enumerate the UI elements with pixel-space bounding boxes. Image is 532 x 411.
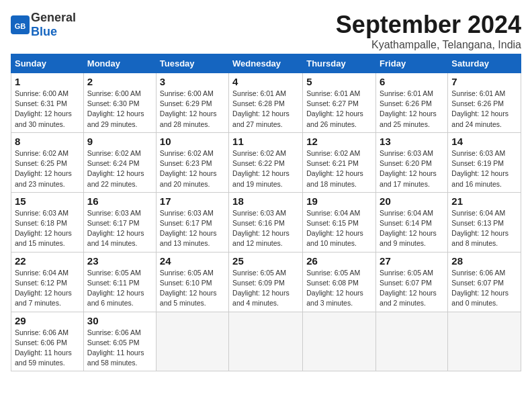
day-number: 21 xyxy=(451,195,517,207)
calendar-table: Sunday Monday Tuesday Wednesday Thursday… xyxy=(11,54,521,371)
day-detail: Sunrise: 6:05 AMSunset: 6:11 PMDaylight:… xyxy=(87,269,144,308)
day-number: 19 xyxy=(306,195,372,207)
day-number: 9 xyxy=(87,136,152,147)
day-detail: Sunrise: 6:00 AMSunset: 6:29 PMDaylight:… xyxy=(160,89,217,128)
day-detail: Sunrise: 6:02 AMSunset: 6:25 PMDaylight:… xyxy=(15,149,72,188)
day-number: 4 xyxy=(232,76,299,87)
day-detail: Sunrise: 6:06 AMSunset: 6:06 PMDaylight:… xyxy=(15,328,72,367)
table-row: 11 Sunrise: 6:02 AMSunset: 6:22 PMDaylig… xyxy=(229,132,303,192)
day-number: 15 xyxy=(15,195,80,207)
col-saturday: Saturday xyxy=(448,54,521,73)
table-row: 17 Sunrise: 6:03 AMSunset: 6:17 PMDaylig… xyxy=(156,192,228,252)
day-number: 30 xyxy=(87,315,152,326)
logo-icon: GB xyxy=(11,15,30,34)
day-detail: Sunrise: 6:06 AMSunset: 6:07 PMDaylight:… xyxy=(451,269,508,308)
day-detail: Sunrise: 6:02 AMSunset: 6:22 PMDaylight:… xyxy=(232,149,290,188)
table-row: 30 Sunrise: 6:06 AMSunset: 6:05 PMDaylig… xyxy=(83,312,156,371)
day-number: 8 xyxy=(15,136,80,147)
day-detail: Sunrise: 6:02 AMSunset: 6:24 PMDaylight:… xyxy=(87,149,144,188)
table-row: 9 Sunrise: 6:02 AMSunset: 6:24 PMDayligh… xyxy=(83,132,156,192)
day-detail: Sunrise: 6:04 AMSunset: 6:15 PMDaylight:… xyxy=(306,209,363,248)
table-row xyxy=(303,312,376,371)
calendar-week-row: 29 Sunrise: 6:06 AMSunset: 6:06 PMDaylig… xyxy=(11,312,521,371)
table-row: 13 Sunrise: 6:03 AMSunset: 6:20 PMDaylig… xyxy=(376,132,448,192)
table-row: 2 Sunrise: 6:00 AMSunset: 6:30 PMDayligh… xyxy=(83,73,156,133)
col-friday: Friday xyxy=(376,54,448,73)
day-detail: Sunrise: 6:05 AMSunset: 6:07 PMDaylight:… xyxy=(380,269,437,308)
table-row: 15 Sunrise: 6:03 AMSunset: 6:18 PMDaylig… xyxy=(11,192,84,252)
title-block: September 2024 Kyathampalle, Telangana, … xyxy=(336,11,521,51)
day-number: 17 xyxy=(160,195,225,207)
day-number: 1 xyxy=(15,76,80,87)
day-detail: Sunrise: 6:01 AMSunset: 6:28 PMDaylight:… xyxy=(232,89,290,128)
day-detail: Sunrise: 6:03 AMSunset: 6:17 PMDaylight:… xyxy=(160,209,217,248)
table-row: 21 Sunrise: 6:04 AMSunset: 6:13 PMDaylig… xyxy=(448,192,521,252)
day-number: 11 xyxy=(232,136,299,147)
table-row: 24 Sunrise: 6:05 AMSunset: 6:10 PMDaylig… xyxy=(156,252,228,312)
table-row: 19 Sunrise: 6:04 AMSunset: 6:15 PMDaylig… xyxy=(303,192,376,252)
day-detail: Sunrise: 6:06 AMSunset: 6:05 PMDaylight:… xyxy=(87,328,144,367)
day-detail: Sunrise: 6:00 AMSunset: 6:31 PMDaylight:… xyxy=(15,89,72,128)
day-number: 29 xyxy=(15,315,80,326)
table-row: 26 Sunrise: 6:05 AMSunset: 6:08 PMDaylig… xyxy=(303,252,376,312)
day-detail: Sunrise: 6:03 AMSunset: 6:19 PMDaylight:… xyxy=(451,149,508,188)
day-detail: Sunrise: 6:02 AMSunset: 6:23 PMDaylight:… xyxy=(160,149,217,188)
calendar-header-row: Sunday Monday Tuesday Wednesday Thursday… xyxy=(11,54,521,73)
day-number: 27 xyxy=(380,255,444,267)
day-detail: Sunrise: 6:04 AMSunset: 6:13 PMDaylight:… xyxy=(451,209,508,248)
col-tuesday: Tuesday xyxy=(156,54,228,73)
col-sunday: Sunday xyxy=(11,54,84,73)
month-title: September 2024 xyxy=(336,11,521,39)
calendar-week-row: 15 Sunrise: 6:03 AMSunset: 6:18 PMDaylig… xyxy=(11,192,521,252)
day-detail: Sunrise: 6:03 AMSunset: 6:17 PMDaylight:… xyxy=(87,209,144,248)
day-detail: Sunrise: 6:04 AMSunset: 6:14 PMDaylight:… xyxy=(380,209,437,248)
day-detail: Sunrise: 6:01 AMSunset: 6:26 PMDaylight:… xyxy=(451,89,508,128)
table-row xyxy=(229,312,303,371)
day-number: 12 xyxy=(306,136,372,147)
table-row: 5 Sunrise: 6:01 AMSunset: 6:27 PMDayligh… xyxy=(303,73,376,133)
table-row: 22 Sunrise: 6:04 AMSunset: 6:12 PMDaylig… xyxy=(11,252,84,312)
day-number: 22 xyxy=(15,255,80,267)
table-row xyxy=(156,312,228,371)
table-row: 27 Sunrise: 6:05 AMSunset: 6:07 PMDaylig… xyxy=(376,252,448,312)
day-number: 5 xyxy=(306,76,372,87)
col-wednesday: Wednesday xyxy=(229,54,303,73)
calendar-body: 1 Sunrise: 6:00 AMSunset: 6:31 PMDayligh… xyxy=(11,73,521,371)
day-number: 16 xyxy=(87,195,152,207)
calendar-week-row: 22 Sunrise: 6:04 AMSunset: 6:12 PMDaylig… xyxy=(11,252,521,312)
table-row: 20 Sunrise: 6:04 AMSunset: 6:14 PMDaylig… xyxy=(376,192,448,252)
day-number: 10 xyxy=(160,136,225,147)
day-detail: Sunrise: 6:05 AMSunset: 6:08 PMDaylight:… xyxy=(306,269,363,308)
table-row xyxy=(448,312,521,371)
day-detail: Sunrise: 6:04 AMSunset: 6:12 PMDaylight:… xyxy=(15,269,72,308)
table-row: 16 Sunrise: 6:03 AMSunset: 6:17 PMDaylig… xyxy=(83,192,156,252)
day-detail: Sunrise: 6:01 AMSunset: 6:27 PMDaylight:… xyxy=(306,89,363,128)
table-row: 29 Sunrise: 6:06 AMSunset: 6:06 PMDaylig… xyxy=(11,312,84,371)
day-detail: Sunrise: 6:01 AMSunset: 6:26 PMDaylight:… xyxy=(380,89,437,128)
day-detail: Sunrise: 6:03 AMSunset: 6:16 PMDaylight:… xyxy=(232,209,290,248)
day-number: 7 xyxy=(451,76,517,87)
day-number: 23 xyxy=(87,255,152,267)
day-detail: Sunrise: 6:03 AMSunset: 6:20 PMDaylight:… xyxy=(380,149,437,188)
table-row: 10 Sunrise: 6:02 AMSunset: 6:23 PMDaylig… xyxy=(156,132,228,192)
table-row: 25 Sunrise: 6:05 AMSunset: 6:09 PMDaylig… xyxy=(229,252,303,312)
col-thursday: Thursday xyxy=(303,54,376,73)
table-row: 6 Sunrise: 6:01 AMSunset: 6:26 PMDayligh… xyxy=(376,73,448,133)
calendar-week-row: 8 Sunrise: 6:02 AMSunset: 6:25 PMDayligh… xyxy=(11,132,521,192)
col-monday: Monday xyxy=(83,54,156,73)
table-row: 4 Sunrise: 6:01 AMSunset: 6:28 PMDayligh… xyxy=(229,73,303,133)
day-detail: Sunrise: 6:03 AMSunset: 6:18 PMDaylight:… xyxy=(15,209,72,248)
day-detail: Sunrise: 6:05 AMSunset: 6:09 PMDaylight:… xyxy=(232,269,290,308)
day-number: 25 xyxy=(232,255,299,267)
day-detail: Sunrise: 6:05 AMSunset: 6:10 PMDaylight:… xyxy=(160,269,217,308)
day-number: 18 xyxy=(232,195,299,207)
day-number: 24 xyxy=(160,255,225,267)
table-row: 18 Sunrise: 6:03 AMSunset: 6:16 PMDaylig… xyxy=(229,192,303,252)
day-number: 13 xyxy=(380,136,444,147)
day-number: 28 xyxy=(451,255,517,267)
logo-blue-text: Blue xyxy=(31,25,57,38)
svg-text:GB: GB xyxy=(15,22,26,30)
day-detail: Sunrise: 6:00 AMSunset: 6:30 PMDaylight:… xyxy=(87,89,144,128)
day-detail: Sunrise: 6:02 AMSunset: 6:21 PMDaylight:… xyxy=(306,149,363,188)
table-row: 28 Sunrise: 6:06 AMSunset: 6:07 PMDaylig… xyxy=(448,252,521,312)
